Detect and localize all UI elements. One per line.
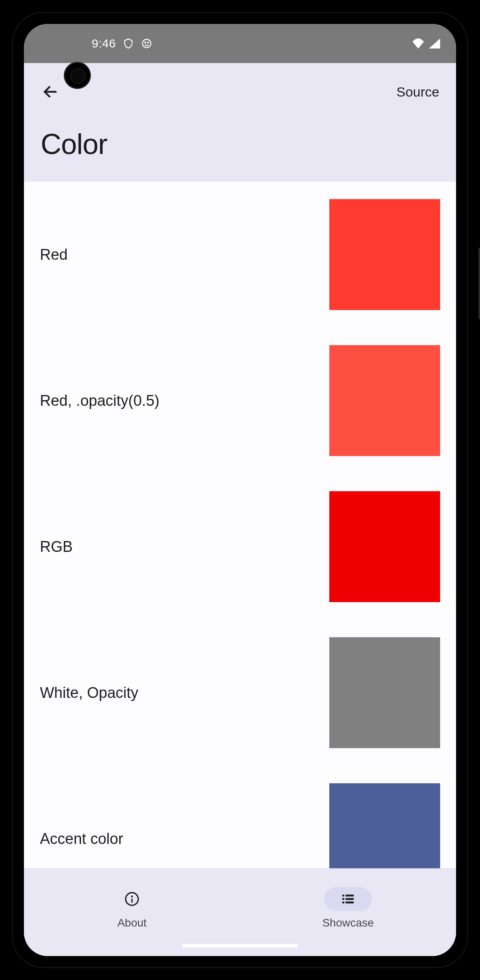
svg-point-2 bbox=[148, 42, 149, 43]
color-swatch bbox=[329, 491, 440, 602]
shield-icon bbox=[123, 38, 134, 49]
svg-rect-9 bbox=[342, 898, 344, 900]
wifi-icon bbox=[411, 38, 425, 49]
list-item: Red bbox=[40, 182, 440, 328]
status-time: 9:46 bbox=[92, 37, 116, 50]
color-label: Red bbox=[40, 246, 68, 263]
cellular-icon bbox=[429, 38, 440, 49]
color-label: Red, .opacity(0.5) bbox=[40, 392, 159, 409]
face-icon bbox=[141, 38, 152, 49]
nav-label: About bbox=[117, 917, 146, 929]
list-item: RGB bbox=[40, 474, 440, 620]
svg-rect-7 bbox=[342, 894, 344, 896]
svg-point-0 bbox=[143, 40, 151, 48]
nav-about[interactable]: About bbox=[24, 869, 240, 956]
color-swatch bbox=[329, 199, 440, 310]
color-swatch bbox=[329, 637, 440, 748]
bottom-nav: About Showcase bbox=[24, 868, 456, 956]
page-title: Color bbox=[41, 128, 439, 160]
source-button[interactable]: Source bbox=[396, 84, 439, 100]
nav-label: Showcase bbox=[322, 917, 374, 929]
svg-rect-11 bbox=[342, 901, 344, 903]
svg-rect-12 bbox=[346, 901, 354, 903]
content-list: Red Red, .opacity(0.5) RGB White, Opacit… bbox=[24, 182, 456, 912]
status-bar: 9:46 bbox=[24, 24, 456, 63]
color-label: White, Opacity bbox=[40, 684, 138, 701]
list-item: Red, .opacity(0.5) bbox=[40, 328, 440, 474]
gesture-bar[interactable] bbox=[182, 944, 298, 947]
svg-rect-10 bbox=[346, 898, 354, 900]
arrow-left-icon bbox=[42, 83, 59, 100]
list-item: White, Opacity bbox=[40, 620, 440, 766]
nav-showcase[interactable]: Showcase bbox=[240, 869, 456, 956]
back-button[interactable] bbox=[41, 82, 60, 101]
color-label: RGB bbox=[40, 538, 73, 555]
svg-point-1 bbox=[145, 42, 146, 43]
color-swatch bbox=[329, 345, 440, 456]
info-icon bbox=[124, 891, 140, 907]
svg-rect-8 bbox=[346, 894, 354, 896]
list-icon bbox=[340, 891, 356, 907]
color-label: Accent color bbox=[40, 830, 123, 848]
